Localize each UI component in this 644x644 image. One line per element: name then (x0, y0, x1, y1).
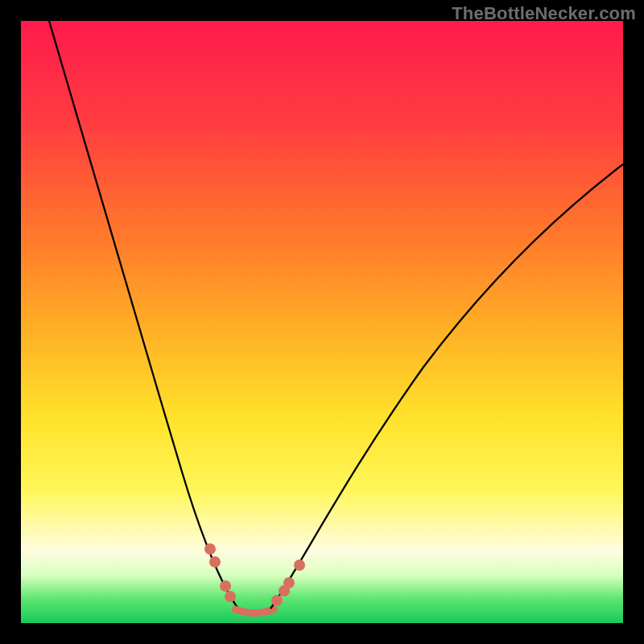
left-marker-1 (204, 543, 216, 555)
left-curve (49, 21, 238, 609)
plot-area (21, 21, 623, 623)
right-marker-4 (294, 559, 305, 571)
left-marker-3 (220, 580, 231, 592)
right-marker-1 (271, 595, 283, 606)
watermark-text: TheBottleNecker.com (452, 3, 636, 24)
trough-segment (235, 609, 274, 613)
outer-frame: TheBottleNecker.com (0, 0, 644, 644)
right-curve (270, 164, 623, 609)
right-marker-3 (283, 577, 295, 588)
left-marker-2 (209, 556, 221, 568)
left-marker-4 (225, 591, 236, 602)
chart-svg (21, 21, 623, 623)
